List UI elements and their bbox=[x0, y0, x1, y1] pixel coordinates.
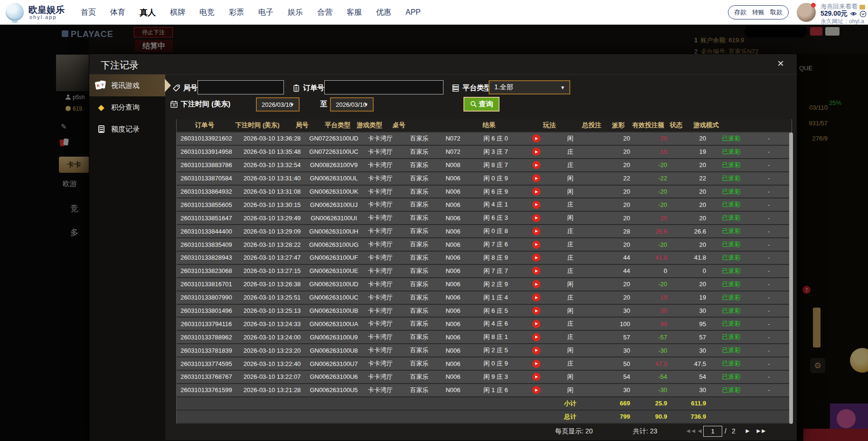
replay-play-button[interactable] bbox=[532, 214, 540, 222]
cell-bet-time: 2026-03-10 13:23:20 bbox=[236, 344, 308, 357]
nav-item-优惠[interactable]: 优惠 bbox=[376, 8, 391, 18]
nav-item-首页[interactable]: 首页 bbox=[81, 8, 96, 18]
close-icon[interactable] bbox=[775, 58, 786, 69]
eye-icon[interactable] bbox=[850, 11, 857, 17]
nav-item-合营[interactable]: 合营 bbox=[317, 8, 332, 18]
replay-play-button[interactable] bbox=[532, 227, 540, 235]
order-no-input[interactable] bbox=[324, 80, 443, 94]
nav-item-电子[interactable]: 电子 bbox=[258, 8, 274, 18]
table-row: 2603101338705842026-03-10 13:31:40GN0062… bbox=[177, 172, 792, 186]
page-number-input[interactable] bbox=[703, 426, 722, 437]
cell-total-bet: 20 bbox=[591, 212, 638, 224]
cell-result: 闲 1 庄 6 bbox=[469, 384, 523, 396]
sidebar-item-0[interactable]: 9K视讯游戏 bbox=[89, 75, 165, 96]
nav-item-彩票[interactable]: 彩票 bbox=[229, 8, 244, 18]
nav-item-真人[interactable]: 真人 bbox=[140, 7, 156, 18]
cell-valid-bet: 19 bbox=[675, 146, 714, 158]
table-scrollbar[interactable] bbox=[789, 132, 793, 424]
cell-replay bbox=[523, 132, 549, 145]
wallet-button-转账[interactable]: 转账 bbox=[752, 8, 764, 17]
cell-replay bbox=[523, 331, 549, 343]
cell-bet-time: 2026-03-10 13:29:09 bbox=[236, 225, 308, 237]
first-page-icon[interactable]: ◄◄ bbox=[685, 427, 696, 434]
user-balance: 529.00元 bbox=[821, 9, 867, 18]
replay-play-button[interactable] bbox=[532, 267, 540, 275]
replay-play-button[interactable] bbox=[532, 201, 540, 209]
cell-round-no: GN006263100UL bbox=[308, 172, 359, 185]
nav-item-APP[interactable]: APP bbox=[406, 8, 421, 17]
cell-result: 闲 0 庄 9 bbox=[469, 357, 523, 370]
replay-play-button[interactable] bbox=[532, 307, 540, 315]
cell-replay bbox=[523, 146, 549, 158]
nav-item-体育[interactable]: 体育 bbox=[110, 8, 125, 18]
prev-page-icon[interactable]: ◄ bbox=[697, 427, 702, 434]
cell-round-no: GN072263100UD bbox=[308, 132, 359, 145]
cell-result: 闲 7 庄 6 bbox=[469, 238, 523, 251]
replay-play-button[interactable] bbox=[532, 148, 540, 156]
bet-records-modal: 下注记录 9K视讯游戏◆积分查询额度记录 局号 订单号 平台类型 1.全部 下注… bbox=[89, 54, 797, 441]
nav-item-娱乐[interactable]: 娱乐 bbox=[288, 8, 303, 18]
cell-valid-bet: 20 bbox=[675, 198, 714, 211]
replay-play-button[interactable] bbox=[532, 174, 540, 182]
date-from-select[interactable]: 2026/03/10 bbox=[256, 97, 300, 112]
wallet-button-取款[interactable]: 取款 bbox=[770, 8, 783, 17]
platform-type-select[interactable]: 1.全部 bbox=[489, 80, 570, 94]
cell-round-no: GN072263100UC bbox=[308, 146, 359, 158]
column-header: 游戏类型 bbox=[353, 119, 386, 131]
cell-replay bbox=[523, 238, 549, 251]
sidebar-item-1[interactable]: ◆积分查询 bbox=[89, 96, 165, 118]
subtotal-row: 小计66925.9611.9 bbox=[177, 397, 792, 411]
cell-status: 已派彩 bbox=[714, 371, 749, 383]
cell-bet-time: 2026-03-10 13:22:40 bbox=[236, 357, 308, 370]
cell-valid-bet: 30 bbox=[675, 305, 714, 317]
replay-play-button[interactable] bbox=[532, 293, 540, 301]
cell-result: 闲 0 庄 9 bbox=[469, 172, 523, 185]
cell-status: 已派彩 bbox=[714, 384, 749, 396]
replay-play-button[interactable] bbox=[532, 360, 540, 368]
cell-game-type: 百家乐 bbox=[401, 357, 437, 370]
pagination-bar: 每页显示: 20 共计: 23 ◄◄ ◄ / 2 ► ►► bbox=[89, 424, 798, 440]
nav-item-棋牌[interactable]: 棋牌 bbox=[170, 8, 185, 18]
replay-play-button[interactable] bbox=[532, 333, 540, 341]
cell-replay bbox=[523, 225, 549, 237]
wallet-button-存款[interactable]: 存款 bbox=[734, 8, 746, 17]
replay-play-button[interactable] bbox=[532, 347, 540, 355]
replay-play-button[interactable] bbox=[532, 320, 540, 328]
replay-play-button[interactable] bbox=[532, 134, 540, 142]
sidebar-item-label: 积分查询 bbox=[111, 103, 140, 112]
subtotal-cell: 25.9 bbox=[638, 397, 675, 410]
cell-valid-bet: 20 bbox=[675, 212, 714, 224]
column-header: 玩法 bbox=[520, 119, 578, 131]
replay-play-button[interactable] bbox=[532, 386, 540, 394]
cell-table-no: N006 bbox=[437, 252, 469, 264]
cell-result: 闲 9 庄 3 bbox=[469, 371, 523, 383]
cell-total-bet: 20 bbox=[591, 186, 638, 198]
cell-total-bet: 100 bbox=[591, 318, 638, 330]
refresh-balance-icon[interactable] bbox=[859, 10, 867, 18]
gem-icon: ◆ bbox=[95, 103, 107, 113]
replay-play-button[interactable] bbox=[532, 253, 540, 262]
cell-play-type: 闲 bbox=[549, 384, 591, 396]
next-page-icon[interactable]: ► bbox=[745, 427, 750, 434]
replay-play-button[interactable] bbox=[532, 241, 540, 249]
date-to-select[interactable]: 2026/03/10 bbox=[330, 97, 374, 112]
cell-game-mode: - bbox=[749, 146, 789, 158]
replay-play-button[interactable] bbox=[532, 373, 540, 381]
cell-status: 已派彩 bbox=[714, 198, 749, 211]
cell-result: 闲 6 庄 3 bbox=[469, 212, 523, 224]
last-page-icon[interactable]: ►► bbox=[755, 427, 766, 434]
user-avatar[interactable] bbox=[797, 3, 816, 22]
cell-replay bbox=[523, 198, 549, 211]
nav-item-电竞[interactable]: 电竞 bbox=[199, 8, 215, 18]
search-button[interactable]: 查询 bbox=[463, 97, 500, 112]
sidebar-item-2[interactable]: 额度记录 bbox=[89, 118, 165, 140]
cell-round-no: GN006263100U7 bbox=[308, 357, 359, 370]
replay-play-button[interactable] bbox=[532, 161, 540, 169]
replay-play-button[interactable] bbox=[532, 280, 540, 288]
round-no-input[interactable] bbox=[198, 80, 284, 94]
nav-item-客服[interactable]: 客服 bbox=[347, 8, 362, 18]
cell-bet-time: 2026-03-10 13:31:40 bbox=[236, 172, 308, 185]
cell-valid-bet: 20 bbox=[675, 238, 714, 251]
replay-play-button[interactable] bbox=[532, 188, 540, 196]
cell-order-no: 260310133844400 bbox=[177, 225, 236, 237]
